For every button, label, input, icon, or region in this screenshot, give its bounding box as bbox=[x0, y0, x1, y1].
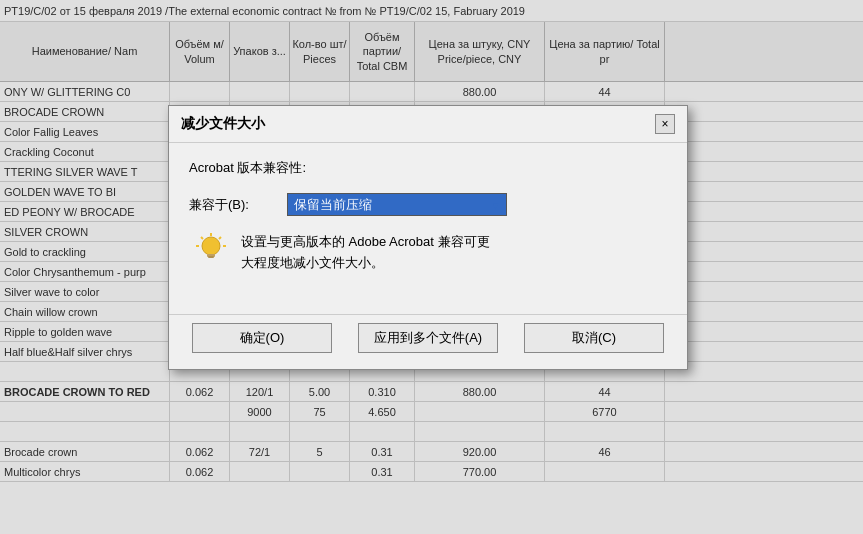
ok-button[interactable]: 确定(O) bbox=[192, 323, 332, 353]
svg-line-4 bbox=[219, 237, 221, 239]
dialog-close-button[interactable]: × bbox=[655, 114, 675, 134]
compat-field-label: 兼容于(B): bbox=[189, 196, 279, 214]
info-line1: 设置与更高版本的 Adobe Acrobat 兼容可更 bbox=[241, 234, 490, 249]
svg-line-6 bbox=[201, 237, 203, 239]
cancel-button[interactable]: 取消(C) bbox=[524, 323, 664, 353]
svg-rect-2 bbox=[208, 256, 214, 258]
dialog-buttons: 确定(O) 应用到多个文件(A) 取消(C) bbox=[169, 314, 687, 369]
apply-all-button[interactable]: 应用到多个文件(A) bbox=[358, 323, 498, 353]
dialog-title: 减少文件大小 bbox=[181, 115, 265, 133]
compat-select[interactable]: 保留当前压缩 Acrobat 4.0 及更高版本 Acrobat 5.0 及更高… bbox=[287, 193, 507, 216]
dialog-body: Acrobat 版本兼容性: 兼容于(B): 保留当前压缩 Acrobat 4.… bbox=[169, 143, 687, 310]
reduce-file-size-dialog: 减少文件大小 × Acrobat 版本兼容性: 兼容于(B): 保留当前压缩 A… bbox=[168, 105, 688, 370]
svg-point-0 bbox=[202, 237, 220, 255]
lightbulb-icon bbox=[193, 232, 229, 268]
acrobat-compat-label: Acrobat 版本兼容性: bbox=[189, 159, 667, 177]
info-text: 设置与更高版本的 Adobe Acrobat 兼容可更 大程度地减小文件大小。 bbox=[241, 232, 490, 274]
info-row: 设置与更高版本的 Adobe Acrobat 兼容可更 大程度地减小文件大小。 bbox=[189, 232, 667, 274]
compat-select-wrapper[interactable]: 保留当前压缩 Acrobat 4.0 及更高版本 Acrobat 5.0 及更高… bbox=[287, 193, 507, 216]
compat-row: 兼容于(B): 保留当前压缩 Acrobat 4.0 及更高版本 Acrobat… bbox=[189, 193, 667, 216]
dialog-titlebar: 减少文件大小 × bbox=[169, 106, 687, 143]
info-line2: 大程度地减小文件大小。 bbox=[241, 255, 384, 270]
